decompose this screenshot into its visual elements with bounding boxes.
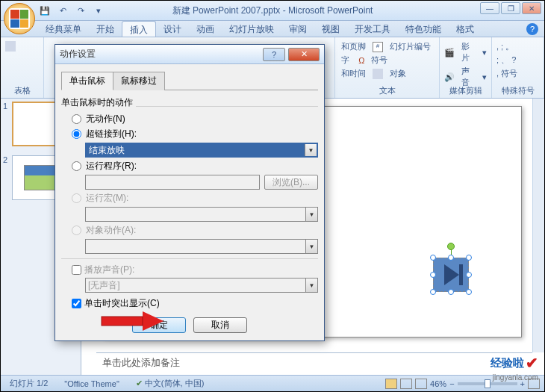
ribbon-group-text: 和页脚 # 幻灯片编号 字 Ω 符号 和时间 对象 文本 (335, 37, 440, 98)
ribbon-group-tables: 表格 (1, 37, 44, 98)
tab-design[interactable]: 设计 (156, 21, 189, 37)
zoom-thumb[interactable] (485, 379, 490, 388)
dialog-title: 动作设置 (60, 48, 96, 60)
movie-button[interactable]: 🎬 影片 ▾ (443, 40, 488, 64)
redo-icon[interactable]: ↷ (74, 4, 87, 17)
header-footer-button[interactable]: 和页脚 # 幻灯片编号 (340, 40, 436, 53)
checkbox-input[interactable] (72, 299, 81, 308)
tab-developer[interactable]: 开发工具 (347, 21, 398, 37)
watermark-url: jingyanla.com (493, 373, 538, 382)
tab-home[interactable]: 开始 (89, 21, 122, 37)
resize-handle[interactable] (430, 255, 436, 261)
radio-no-action[interactable]: 无动作(N) (72, 113, 318, 125)
slide-number-icon: # (373, 42, 383, 52)
action-button-shape (433, 258, 469, 292)
zoom-slider[interactable] (458, 382, 517, 385)
group-label-symbols: 特殊符号 (492, 85, 544, 96)
resize-handle[interactable] (466, 289, 472, 295)
slide-number: 2 (3, 155, 12, 200)
macro-combo: ▼ (85, 207, 318, 222)
table-button[interactable] (4, 40, 40, 52)
watermark-text: 经验啦 (490, 356, 524, 370)
save-icon[interactable]: 💾 (38, 4, 52, 17)
resize-handle[interactable] (466, 272, 472, 278)
resize-handle[interactable] (430, 272, 436, 278)
action-settings-dialog: 动作设置 ? ✕ 单击鼠标 鼠标移过 单击鼠标时的动作 无动作(N) 超链接到(… (54, 44, 325, 341)
date-time-button[interactable]: 和时间 对象 (340, 67, 436, 80)
zoom-out-button[interactable]: − (449, 379, 454, 388)
object-action-combo: ▼ (85, 239, 318, 254)
undo-icon[interactable]: ↶ (56, 4, 69, 17)
minimize-button[interactable]: — (480, 2, 499, 14)
radio-run-program[interactable]: 运行程序(R): (72, 160, 318, 172)
symbol-row-3[interactable]: , 符号 (495, 67, 541, 80)
slide-count[interactable]: 幻灯片 1/2 (5, 377, 52, 390)
tab-slideshow[interactable]: 幻灯片放映 (222, 21, 281, 37)
resize-handle[interactable] (466, 255, 472, 261)
wordart-button[interactable]: 字 Ω 符号 (340, 54, 436, 66)
tab-classic-menu[interactable]: 经典菜单 (38, 21, 89, 37)
object-icon (373, 69, 383, 79)
symbol-row-2[interactable]: ; 、 ? (495, 54, 541, 66)
check-highlight[interactable]: 单击时突出显示(C) (72, 297, 318, 310)
symbol-row-1[interactable]: , ; 。 (495, 40, 541, 53)
dropdown-icon: ▼ (305, 240, 317, 253)
view-sorter-icon[interactable] (400, 379, 412, 389)
slide-number: 1 (3, 102, 12, 146)
svg-marker-1 (143, 311, 164, 331)
resize-handle[interactable] (430, 289, 436, 295)
notes-pane[interactable]: 单击此处添加备注 (96, 352, 532, 375)
radio-input[interactable] (72, 129, 81, 139)
tab-animation[interactable]: 动画 (189, 21, 222, 37)
quick-access-toolbar: 💾 ↶ ↷ ▾ (38, 4, 105, 17)
qat-dropdown-icon[interactable]: ▾ (92, 4, 105, 17)
dialog-help-button[interactable]: ? (263, 48, 285, 61)
forward-icon (444, 264, 459, 285)
zoom-percent[interactable]: 46% (430, 379, 446, 388)
radio-input (72, 225, 81, 235)
cancel-button[interactable]: 取消 (193, 317, 247, 333)
sound-combo: [无声音]▼ (85, 278, 318, 293)
resize-handle[interactable] (448, 289, 454, 295)
hyperlink-combo[interactable]: 结束放映▼ (85, 143, 318, 158)
maximize-button[interactable]: ❐ (501, 2, 520, 14)
annotation-arrow-icon (98, 310, 187, 332)
window-title: 新建 PowerPoint 2007.pptx - Microsoft Powe… (172, 4, 373, 17)
rotation-handle[interactable] (447, 243, 455, 250)
dialog-close-button[interactable]: ✕ (288, 48, 320, 61)
vertical-scrollbar[interactable] (532, 99, 544, 352)
dialog-body: 单击鼠标 鼠标移过 单击鼠标时的动作 无动作(N) 超链接到(H): 结束放映▼… (55, 64, 324, 340)
view-slideshow-icon[interactable] (415, 379, 427, 389)
check-play-sound[interactable]: 播放声音(P): (72, 264, 318, 276)
radio-object-action: 对象动作(A): (72, 224, 318, 237)
dropdown-icon: ▼ (305, 208, 317, 221)
tab-mouse-over[interactable]: 鼠标移过 (113, 72, 165, 90)
group-label-tables: 表格 (1, 85, 43, 96)
tab-features[interactable]: 特色功能 (398, 21, 449, 37)
tab-mouse-click[interactable]: 单击鼠标 (61, 72, 113, 90)
radio-hyperlink[interactable]: 超链接到(H): (72, 128, 318, 140)
view-normal-icon[interactable] (385, 379, 397, 389)
radio-run-macro: 运行宏(M): (72, 192, 318, 205)
language-status[interactable]: ✔ 中文(简体, 中国) (131, 377, 209, 390)
dropdown-icon[interactable]: ▼ (305, 144, 317, 156)
browse-button[interactable]: 浏览(B)... (264, 175, 318, 190)
close-button[interactable]: ✕ (522, 2, 541, 14)
tab-review[interactable]: 审阅 (281, 21, 314, 37)
help-icon[interactable]: ? (526, 23, 538, 35)
section-label: 单击鼠标时的动作 (61, 96, 318, 109)
selected-shape[interactable] (433, 258, 469, 292)
dialog-titlebar[interactable]: 动作设置 ? ✕ (55, 45, 324, 64)
ribbon-group-symbols: , ; 。 ; 、 ? , 符号 特殊符号 (492, 37, 544, 98)
resize-handle[interactable] (448, 255, 454, 261)
radio-input[interactable] (72, 161, 81, 171)
ribbon-tabs: 经典菜单 开始 插入 设计 动画 幻灯片放映 审阅 视图 开发工具 特色功能 格… (1, 21, 544, 37)
tab-view[interactable]: 视图 (314, 21, 347, 37)
tab-format[interactable]: 格式 (449, 21, 482, 37)
office-button[interactable] (4, 3, 35, 34)
radio-input[interactable] (72, 114, 81, 124)
checkbox-input[interactable] (72, 265, 81, 275)
theme-name[interactable]: "Office Theme" (60, 379, 123, 389)
window-buttons: — ❐ ✕ (480, 2, 541, 14)
tab-insert[interactable]: 插入 (122, 21, 156, 37)
